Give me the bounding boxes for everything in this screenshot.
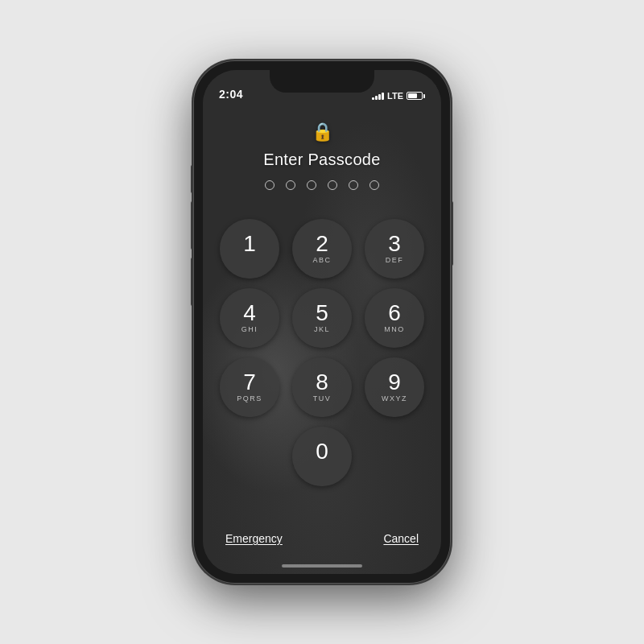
passcode-dot-6	[369, 180, 379, 190]
status-time: 2:04	[219, 88, 243, 101]
key-3[interactable]: 3 DEF	[365, 219, 424, 279]
key-5[interactable]: 5 JKL	[292, 288, 352, 348]
passcode-title: Enter Passcode	[263, 151, 380, 169]
numpad: 1 2 ABC 3 DEF 4 GHI	[220, 219, 424, 486]
cancel-button[interactable]: Cancel	[383, 532, 419, 545]
battery-fill	[408, 93, 417, 98]
battery-tip	[423, 94, 425, 98]
volume-up-button[interactable]	[191, 201, 193, 250]
power-button[interactable]	[451, 201, 453, 266]
key-7-digit: 7	[243, 371, 256, 394]
passcode-dot-4	[328, 180, 337, 190]
battery-icon	[407, 92, 425, 100]
key-4-letters: GHI	[242, 325, 258, 334]
key-5-digit: 5	[316, 302, 328, 324]
passcode-dot-5	[349, 180, 358, 190]
key-6[interactable]: 6 MNO	[365, 288, 424, 348]
status-right: LTE	[372, 91, 425, 101]
lte-label: LTE	[387, 91, 403, 101]
key-0[interactable]: 0	[292, 427, 352, 486]
key-1[interactable]: 1	[220, 219, 279, 279]
key-3-letters: DEF	[386, 256, 404, 265]
numpad-row-3: 7 PQRS 8 TUV 9 WXYZ	[220, 357, 424, 417]
home-indicator	[282, 564, 362, 568]
key-9-letters: WXYZ	[382, 394, 407, 403]
key-8-letters: TUV	[313, 394, 332, 403]
volume-down-button[interactable]	[191, 258, 193, 306]
numpad-row-4: 0	[292, 427, 352, 486]
key-8-digit: 8	[316, 371, 328, 394]
emergency-button[interactable]: Emergency	[225, 532, 283, 545]
signal-bar-3	[378, 94, 381, 100]
lock-icon-area: 🔒	[312, 122, 333, 142]
key-2-letters: ABC	[312, 256, 331, 265]
key-6-letters: MNO	[384, 325, 405, 334]
signal-bar-1	[372, 97, 374, 100]
bottom-actions: Emergency Cancel	[203, 532, 441, 545]
passcode-dot-2	[286, 180, 295, 190]
key-0-digit: 0	[316, 440, 328, 463]
signal-bar-4	[382, 93, 384, 100]
key-6-digit: 6	[388, 302, 401, 324]
key-3-digit: 3	[388, 233, 401, 255]
notch	[270, 70, 374, 93]
key-9[interactable]: 9 WXYZ	[365, 357, 424, 417]
key-2[interactable]: 2 ABC	[292, 219, 352, 279]
key-7-letters: PQRS	[237, 394, 262, 403]
phone-device: 2:04 LTE 🔒	[193, 60, 451, 584]
key-8[interactable]: 8 TUV	[292, 357, 352, 417]
key-5-letters: JKL	[314, 325, 330, 334]
passcode-dots	[265, 180, 379, 190]
lock-icon: 🔒	[312, 122, 333, 142]
numpad-row-2: 4 GHI 5 JKL 6 MNO	[220, 288, 424, 348]
key-4-digit: 4	[243, 302, 256, 324]
battery-body	[407, 92, 423, 100]
numpad-row-1: 1 2 ABC 3 DEF	[220, 219, 424, 279]
key-1-digit: 1	[243, 233, 256, 255]
passcode-dot-3	[307, 180, 316, 190]
key-9-digit: 9	[388, 371, 401, 394]
screen-content: 🔒 Enter Passcode 1	[203, 105, 441, 574]
phone-screen: 2:04 LTE 🔒	[203, 70, 441, 574]
key-2-digit: 2	[316, 233, 328, 255]
key-4[interactable]: 4 GHI	[220, 288, 279, 348]
signal-bars-icon	[372, 92, 384, 100]
signal-bar-2	[375, 96, 378, 100]
passcode-dot-1	[265, 180, 275, 190]
key-7[interactable]: 7 PQRS	[220, 357, 279, 417]
